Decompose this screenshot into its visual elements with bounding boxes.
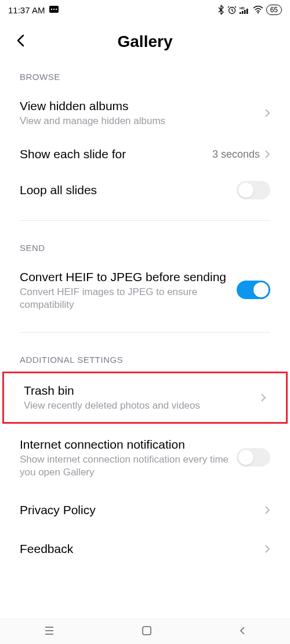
svg-rect-14	[143, 627, 151, 635]
nav-bar	[0, 618, 290, 644]
item-title: Show each slide for	[20, 146, 212, 162]
item-title: Internet connection notification	[20, 436, 237, 452]
svg-point-1	[51, 9, 52, 10]
item-title: Trash bin	[24, 383, 260, 398]
setting-feedback[interactable]: Feedback	[0, 532, 290, 566]
item-title: Privacy Policy	[20, 502, 264, 518]
page-title: Gallery	[10, 32, 280, 51]
chevron-right-icon	[260, 393, 266, 402]
section-header-browse: BROWSE	[0, 61, 290, 89]
battery-indicator: 65	[266, 5, 282, 15]
chevron-left-icon	[238, 625, 246, 636]
section-header-additional: ADDITIONAL SETTINGS	[0, 344, 290, 372]
item-subtitle: View recently deleted photos and videos	[24, 399, 260, 412]
svg-point-10	[257, 12, 258, 13]
highlight-box: Trash bin View recently deleted photos a…	[2, 372, 288, 423]
status-time: 11:37 AM	[8, 5, 45, 15]
message-icon	[49, 6, 59, 14]
alarm-icon	[227, 5, 237, 14]
setting-slide-duration[interactable]: Show each slide for 3 seconds	[0, 137, 290, 171]
setting-hidden-albums[interactable]: View hidden albums View and manage hidde…	[0, 89, 290, 137]
chevron-left-icon	[16, 34, 26, 48]
setting-privacy-policy[interactable]: Privacy Policy	[0, 488, 290, 532]
nav-home-button[interactable]	[142, 625, 152, 638]
svg-rect-7	[242, 11, 244, 14]
square-icon	[142, 625, 152, 636]
setting-loop-slides[interactable]: Loop all slides	[0, 172, 290, 209]
signal-icon: HD	[240, 6, 250, 14]
section-header-send: SEND	[0, 232, 290, 260]
item-subtitle: Convert HEIF images to JPEG to ensure co…	[20, 286, 237, 311]
chevron-right-icon	[264, 150, 270, 159]
toggle-internet-notification[interactable]	[237, 448, 270, 467]
svg-point-2	[53, 9, 55, 10]
item-title: Convert HEIF to JPEG before sending	[20, 269, 237, 285]
divider	[20, 332, 270, 333]
header: Gallery	[0, 17, 290, 61]
toggle-convert-heif[interactable]	[237, 281, 270, 299]
svg-rect-8	[244, 10, 246, 14]
item-title: Feedback	[20, 541, 264, 556]
svg-text:HD: HD	[240, 6, 245, 10]
svg-rect-9	[246, 9, 248, 14]
status-bar: 11:37 AM HD 65	[0, 0, 290, 17]
wifi-icon	[253, 6, 263, 14]
item-subtitle: View and manage hidden albums	[20, 115, 264, 128]
bluetooth-icon	[217, 5, 224, 14]
chevron-right-icon	[264, 544, 270, 554]
chevron-right-icon	[264, 505, 270, 515]
menu-icon	[44, 626, 55, 635]
toggle-loop-slides[interactable]	[237, 181, 270, 199]
nav-back-button[interactable]	[238, 625, 246, 638]
back-button[interactable]	[16, 34, 26, 50]
setting-convert-heif[interactable]: Convert HEIF to JPEG before sending Conv…	[0, 260, 290, 321]
setting-internet-notification[interactable]: Internet connection notification Show in…	[0, 424, 290, 488]
nav-menu-button[interactable]	[44, 626, 55, 638]
divider	[20, 220, 270, 221]
setting-trash-bin[interactable]: Trash bin View recently deleted photos a…	[4, 373, 286, 421]
item-title: Loop all slides	[20, 182, 237, 198]
svg-point-3	[56, 9, 57, 10]
item-title: View hidden albums	[20, 98, 264, 114]
chevron-right-icon	[264, 108, 270, 118]
item-subtitle: Show internet connection notification ev…	[20, 453, 237, 479]
svg-rect-6	[240, 12, 241, 14]
item-value: 3 seconds	[212, 148, 260, 161]
